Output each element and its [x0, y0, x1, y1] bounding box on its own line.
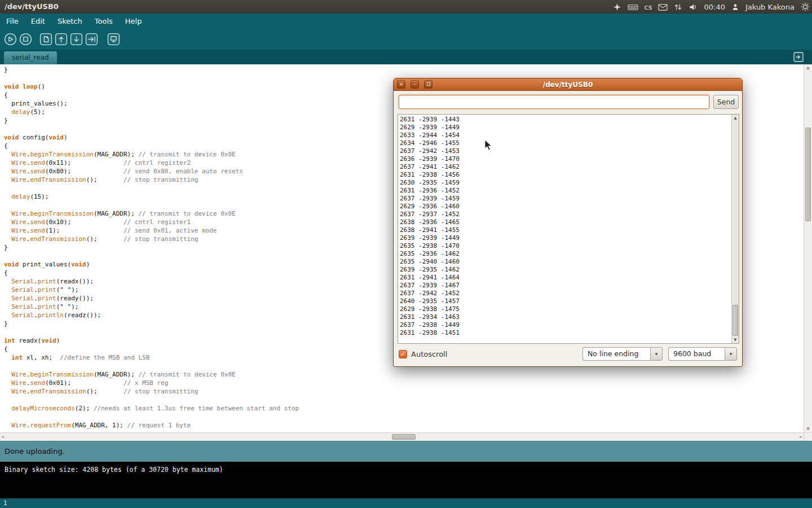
close-icon: × — [399, 81, 404, 87]
baud-rate-dropdown[interactable]: 9600 baud ▾ — [668, 347, 737, 361]
save-sketch-button[interactable] — [70, 33, 83, 46]
menu-tools[interactable]: Tools — [89, 14, 119, 29]
code-line: delayMicroseconds(2); //needs at least 1… — [4, 404, 299, 413]
keyboard-layout-icon[interactable] — [628, 3, 638, 11]
code-line: Wire.endTransmission(); // stop transmit… — [4, 235, 299, 243]
serial-output-line: 2629 -2939 -1449 — [400, 124, 731, 132]
maximize-button[interactable] — [424, 80, 433, 89]
code-line: Wire.beginTransmission(MAG_ADDR); // tra… — [4, 209, 299, 218]
serial-vertical-scrollbar[interactable]: ▲ ▼ — [731, 115, 739, 343]
serial-output-line: 2637 -2938 -1449 — [400, 321, 731, 329]
code-line: { — [4, 91, 299, 99]
serial-output-line: 2629 -2936 -1460 — [400, 203, 731, 211]
verify-button[interactable] — [4, 33, 17, 46]
scroll-up-icon[interactable]: ▲ — [804, 65, 812, 70]
open-sketch-button[interactable] — [55, 33, 68, 46]
upload-button[interactable] — [85, 33, 98, 46]
code-line: void loop() — [4, 82, 299, 91]
volume-icon[interactable] — [689, 3, 698, 11]
serial-output-line: 2631 -2934 -1463 — [400, 313, 731, 321]
keyboard-layout-label[interactable]: cs — [645, 3, 652, 11]
menu-sketch[interactable]: Sketch — [51, 14, 89, 29]
minimize-button[interactable]: – — [411, 80, 419, 89]
status-bar: Done uploading. — [0, 441, 812, 462]
autoscroll-checkbox[interactable]: ✓ — [399, 350, 407, 358]
scroll-down-icon[interactable]: ▼ — [804, 427, 812, 431]
editor-horizontal-scrollbar-thumb[interactable] — [392, 434, 416, 440]
menu-help[interactable]: Help — [119, 14, 148, 29]
serial-output-line: 2637 -2939 -1467 — [400, 282, 731, 290]
close-button[interactable]: × — [397, 80, 405, 89]
send-button[interactable]: Send — [713, 95, 739, 109]
baud-rate-value: 9600 baud — [668, 347, 725, 361]
scroll-right-icon[interactable]: ▸ — [800, 433, 802, 441]
maximize-icon — [427, 82, 430, 86]
code-line: Serial.print(" "); — [4, 303, 299, 311]
status-message: Done uploading. — [5, 447, 65, 456]
code-line: Serial.print(ready()); — [4, 294, 299, 303]
mail-icon[interactable] — [658, 3, 668, 11]
clock[interactable]: 00:40 — [704, 3, 725, 11]
network-sync-icon[interactable] — [674, 3, 682, 11]
serial-output-line: 2638 -2936 -1465 — [400, 218, 731, 226]
toolbar — [0, 29, 812, 50]
code-line — [4, 201, 299, 209]
serial-output-line: 2637 -2942 -1452 — [400, 290, 731, 297]
serial-send-input[interactable] — [399, 95, 709, 109]
serial-output-line: 2637 -2937 -1452 — [400, 211, 731, 218]
chevron-down-icon[interactable]: ▾ — [650, 347, 663, 361]
code-line — [4, 252, 299, 260]
serial-output-line: 2631 -2938 -1451 — [400, 329, 731, 337]
code-line: Wire.send(0x10); // cntrl register1 — [4, 218, 299, 226]
editor-vertical-scrollbar-thumb[interactable] — [805, 128, 811, 221]
serial-output-line: 2630 -2935 -1459 — [400, 179, 731, 187]
editor-vertical-scrollbar[interactable]: ▲ ▼ — [804, 64, 812, 432]
username-label[interactable]: Jakub Kakona — [745, 3, 795, 11]
scroll-down-icon[interactable]: ▼ — [732, 338, 739, 342]
serial-output-line: 2635 -2938 -1470 — [400, 242, 731, 250]
line-ending-value: No line ending — [582, 347, 650, 361]
serial-output: 2631 -2939 -14432629 -2939 -14492633 -29… — [400, 116, 731, 343]
serial-output-line: 2640 -2935 -1457 — [400, 297, 731, 305]
menu-edit[interactable]: Edit — [25, 14, 51, 29]
code-line: delay(15); — [4, 192, 299, 201]
code-line — [4, 125, 299, 133]
tab-menu-button[interactable] — [793, 52, 804, 62]
console-line: Binary sketch size: 4208 bytes (of a 307… — [5, 466, 807, 474]
chevron-down-icon[interactable]: ▾ — [725, 347, 737, 361]
serial-output-area[interactable]: 2631 -2939 -14432629 -2939 -14492633 -29… — [398, 114, 739, 344]
scroll-left-icon[interactable]: ◂ — [2, 433, 4, 441]
code-line: { — [4, 345, 299, 353]
code-line — [4, 74, 299, 82]
serial-scrollbar-thumb[interactable] — [732, 305, 738, 336]
serial-output-line: 2635 -2936 -1462 — [400, 250, 731, 258]
code-line: Serial.print(" "); — [4, 286, 299, 294]
code-lines: } void loop(){ print_values(); delay(5);… — [4, 65, 299, 430]
code-line: Wire.requestFrom(MAG_ADDR, 1); // reques… — [4, 421, 299, 430]
serial-monitor-button[interactable] — [107, 33, 120, 46]
line-ending-dropdown[interactable]: No line ending ▾ — [582, 347, 663, 361]
code-line: Wire.endTransmission(); // stop transmit… — [4, 176, 299, 184]
code-line: Wire.beginTransmission(MAG_ADDR); // tra… — [4, 150, 299, 159]
serial-output-line: 2631 -2936 -1452 — [400, 187, 731, 195]
code-line — [4, 328, 299, 336]
code-line: Wire.send(0x11); // cntrl register2 — [4, 159, 299, 167]
new-sketch-button[interactable] — [39, 33, 52, 46]
scroll-up-icon[interactable]: ▲ — [732, 116, 739, 120]
sparkle-indicator-icon[interactable] — [613, 3, 621, 11]
serial-output-line: 2634 -2946 -1455 — [400, 139, 731, 147]
menu-file[interactable]: File — [0, 14, 25, 29]
serial-monitor-titlebar[interactable]: /dev/ttyUSB0 × – — [394, 78, 742, 91]
code-line — [4, 184, 299, 192]
session-gear-icon[interactable] — [801, 2, 810, 11]
code-line: } — [4, 243, 299, 252]
stop-button[interactable] — [19, 33, 32, 46]
tab-serial-read[interactable]: serial_read — [4, 51, 57, 64]
mouse-cursor — [484, 139, 493, 154]
editor-horizontal-scrollbar[interactable]: ◂ ▸ — [0, 432, 804, 441]
code-line: Serial.print(readx()); — [4, 277, 299, 286]
serial-output-line: 2637 -2939 -1459 — [400, 195, 731, 203]
serial-monitor-window: /dev/ttyUSB0 × – Send 2631 -2939 -144326… — [393, 78, 743, 367]
code-line: { — [4, 269, 299, 277]
desktop: /dev/ttyUSB0 cs 00:40 Jakub Kakona — [0, 0, 812, 508]
